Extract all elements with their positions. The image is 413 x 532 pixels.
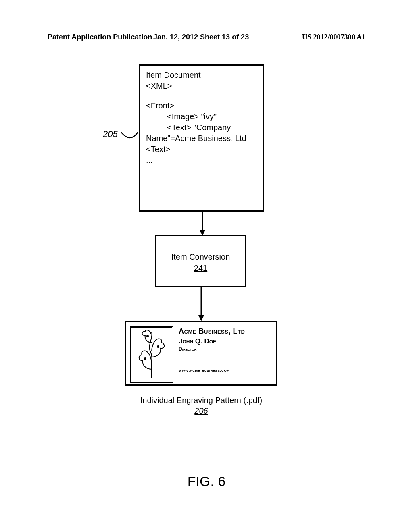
box1-line6: Name"=Acme Business, Ltd bbox=[146, 133, 257, 144]
card-text-block: Acme Business, Ltd John Q. Doe Director … bbox=[179, 326, 272, 380]
header-left: Patent Application Publication bbox=[48, 33, 152, 42]
item-document-box: Item Document <XML> <Front> <Image> "ivy… bbox=[139, 64, 264, 212]
lead-line-205 bbox=[120, 130, 139, 140]
box1-line3: <Front> bbox=[146, 100, 257, 111]
arrow-down-1 bbox=[200, 212, 205, 236]
ivy-image-icon bbox=[130, 326, 173, 383]
output-caption: Individual Engraving Pattern (.pdf) 206 bbox=[125, 395, 277, 416]
business-card-output: Acme Business, Ltd John Q. Doe Director … bbox=[125, 321, 277, 386]
svg-point-4 bbox=[144, 358, 146, 360]
reference-numeral-205: 205 bbox=[103, 129, 118, 139]
svg-point-5 bbox=[157, 346, 159, 347]
figure-label: FIG. 6 bbox=[0, 474, 413, 489]
box1-line7: <Text> bbox=[146, 144, 257, 155]
box1-line1: Item Document bbox=[146, 70, 257, 81]
card-company: Acme Business, Ltd bbox=[179, 327, 272, 336]
box1-line5: <Text> "Company bbox=[146, 122, 257, 133]
page-header: Patent Application Publication Jan. 12, … bbox=[0, 33, 413, 42]
card-person-name: John Q. Doe bbox=[179, 337, 272, 345]
arrow-down-2 bbox=[198, 287, 204, 321]
caption-text: Individual Engraving Pattern (.pdf) bbox=[125, 395, 277, 405]
box1-line2: <XML> bbox=[146, 81, 257, 91]
item-conversion-box: Item Conversion 241 bbox=[155, 235, 246, 287]
card-person-title: Director bbox=[179, 346, 272, 352]
box2-label: Item Conversion bbox=[156, 251, 245, 262]
header-right: US 2012/0007300 A1 bbox=[302, 33, 365, 42]
svg-marker-3 bbox=[198, 315, 204, 321]
box1-line8: ... bbox=[146, 155, 257, 166]
svg-point-6 bbox=[147, 335, 148, 337]
card-url: www.acme business.com bbox=[179, 367, 272, 373]
reference-numeral-206: 206 bbox=[125, 405, 277, 416]
box1-line4: <Image> "ivy" bbox=[146, 111, 257, 122]
box2-number: 241 bbox=[156, 262, 245, 274]
header-center: Jan. 12, 2012 Sheet 13 of 23 bbox=[153, 33, 249, 42]
header-rule bbox=[44, 44, 369, 44]
